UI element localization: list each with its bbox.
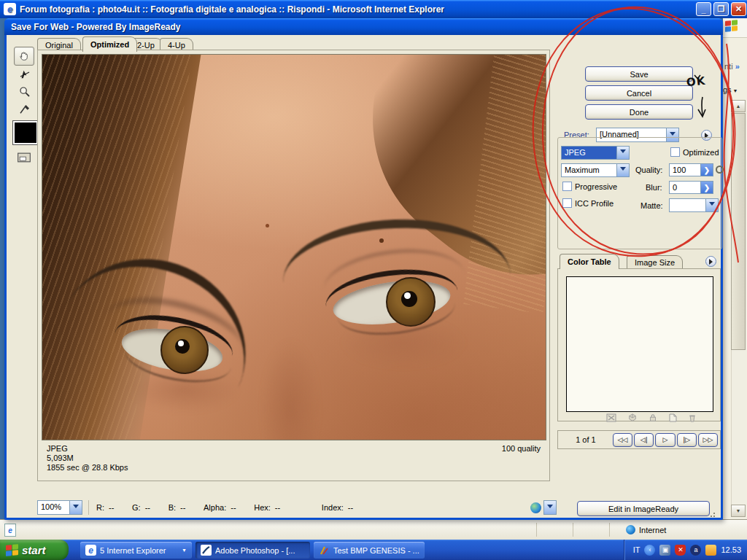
hand-tool-button[interactable] (14, 47, 34, 66)
snap-to-web-palette-icon[interactable] (606, 413, 616, 422)
next-frame-button[interactable]: |▷ (677, 433, 697, 447)
blur-input[interactable]: 0 ❯ (669, 181, 713, 194)
quality-value: 100 (670, 164, 700, 176)
compression-quality-value: Maximum (562, 164, 616, 176)
optimized-checkbox[interactable] (670, 147, 680, 157)
slice-select-tool-button[interactable] (15, 66, 34, 83)
status-divider (609, 523, 610, 537)
readout-label: Alpha: (204, 503, 226, 512)
dialog-title-text: Save For Web - Powered By ImageReady (11, 22, 181, 32)
readout-label: G: (132, 503, 141, 512)
previous-frame-button[interactable]: ◁| (634, 433, 654, 447)
start-button[interactable]: start (0, 540, 69, 560)
matte-label: Matte: (640, 201, 663, 210)
matte-select[interactable] (669, 198, 719, 212)
status-divider (536, 523, 537, 537)
cancel-button[interactable]: Cancel (585, 85, 693, 101)
close-button[interactable]: ✕ (731, 2, 746, 16)
chevron-down-icon[interactable] (616, 147, 629, 159)
chevrons[interactable]: » (735, 62, 740, 71)
system-tray: IT ‹ ▣ ✕ a 12.53 (624, 540, 747, 560)
delete-color-icon[interactable] (688, 413, 697, 422)
security-alert-shield-icon[interactable]: ✕ (675, 545, 686, 556)
slices-visibility-icon (17, 152, 31, 163)
progressive-checkbox[interactable] (562, 182, 572, 191)
compression-quality-select[interactable]: Maximum (561, 163, 630, 177)
readout-value: -- (348, 503, 367, 512)
minimize-button[interactable]: _ (696, 2, 711, 16)
icc-profile-checkbox[interactable] (562, 198, 572, 208)
last-frame-button[interactable]: ▷▷ (698, 433, 718, 447)
zoom-tool-button[interactable] (15, 83, 34, 101)
chevron-down-icon[interactable] (705, 199, 718, 211)
nose-bridge-shadow (261, 339, 320, 440)
windows-flag-icon (725, 20, 738, 32)
tray-messenger-icon[interactable] (705, 545, 716, 556)
slice-select-icon (18, 68, 31, 81)
toggle-slices-button[interactable] (15, 149, 34, 166)
readout-value: -- (109, 503, 128, 512)
preview-image[interactable] (42, 55, 546, 440)
tab-color-table[interactable]: Color Table (560, 254, 619, 269)
tray-hide-icon[interactable]: ‹ (644, 545, 655, 556)
tab-optimized[interactable]: Optimized (82, 36, 137, 52)
blur-label: Blur: (646, 183, 662, 192)
color-table-toolbar (606, 413, 697, 422)
progressive-label: Progressive (575, 182, 617, 191)
browser-preview-control[interactable] (527, 500, 560, 515)
web-shift-cube-icon[interactable] (627, 413, 638, 422)
chevron-down-icon[interactable] (69, 501, 82, 514)
format-select[interactable]: JPEG (561, 146, 630, 160)
taskbar-item-internet-explorer[interactable]: e 5 Internet Explorer ▼ (80, 542, 192, 559)
optimized-label: Optimized (683, 148, 719, 157)
under-eye-shadow-right (341, 317, 465, 368)
brow-mole (379, 238, 384, 243)
zoom-level-value: 100% (38, 501, 69, 514)
chevron-down-icon[interactable] (543, 500, 557, 515)
internet-zone-globe-icon (626, 525, 635, 534)
quality-channel-icon[interactable] (716, 166, 724, 174)
eyedropper-tool-button[interactable] (15, 101, 34, 118)
tray-app-icon[interactable]: a (690, 545, 701, 556)
quality-slider-button[interactable]: ❯ (700, 164, 713, 176)
new-color-icon[interactable] (668, 413, 677, 422)
resize-grip[interactable] (707, 510, 716, 518)
first-frame-button[interactable]: ◁◁ (613, 433, 632, 447)
color-swatch[interactable] (13, 121, 38, 144)
ie-titlebar: e Forum fotografia : photo4u.it :: Fotog… (0, 0, 747, 18)
ie-title-text: Forum fotografia : photo4u.it :: Fotogra… (20, 4, 444, 15)
play-button[interactable]: ▷ (655, 433, 675, 447)
quality-input[interactable]: 100 ❯ (669, 163, 713, 176)
blur-value: 0 (670, 182, 700, 193)
ie-document-icon: e (4, 524, 16, 537)
readout-label: Hex: (254, 503, 271, 512)
ie-page-edge: nti » gs ▼ ▲ ▼ (723, 18, 747, 520)
edit-in-imageready-button[interactable]: Edit in ImageReady (577, 501, 710, 516)
color-table-panel-menu-button[interactable] (705, 256, 716, 267)
chevron-down-icon[interactable] (616, 164, 629, 176)
tray-display-icon[interactable]: ▣ (659, 545, 670, 556)
ie-logo-icon: e (4, 3, 16, 15)
taskbar-item-test-bmp[interactable]: Test BMP GENESIS - ... (314, 542, 425, 559)
color-readout-strip: R:-- G:-- B:-- Alpha:-- Hex:-- Index:-- (88, 500, 523, 515)
scroll-up-button[interactable]: ▲ (731, 100, 746, 112)
lock-color-icon[interactable] (649, 413, 657, 422)
readout-value: -- (180, 503, 199, 512)
tab-image-size[interactable]: Image Size (627, 255, 683, 269)
paint-app-icon (319, 545, 330, 556)
readout-value: -- (275, 503, 317, 512)
save-button[interactable]: Save (585, 66, 693, 82)
taskbar-item-photoshop[interactable]: Adobe Photoshop - [... (196, 542, 310, 559)
zoom-level-select[interactable]: 100% (37, 500, 82, 515)
browser-preview-globe-icon[interactable] (527, 500, 543, 515)
status-divider (573, 523, 573, 537)
scrollbar-thumb[interactable] (731, 113, 746, 350)
under-eye-shadow-left (130, 368, 239, 412)
scroll-down-button[interactable]: ▼ (731, 505, 746, 517)
restore-button[interactable]: ❐ (713, 2, 729, 16)
language-indicator[interactable]: IT (633, 545, 640, 554)
done-button[interactable]: Done (585, 104, 693, 120)
animation-controls: 1 of 1 ◁◁ ◁| ▷ |▷ ▷▷ (557, 430, 721, 449)
internet-zone-label: Internet (639, 526, 666, 534)
blur-slider-button[interactable]: ❯ (700, 182, 713, 193)
